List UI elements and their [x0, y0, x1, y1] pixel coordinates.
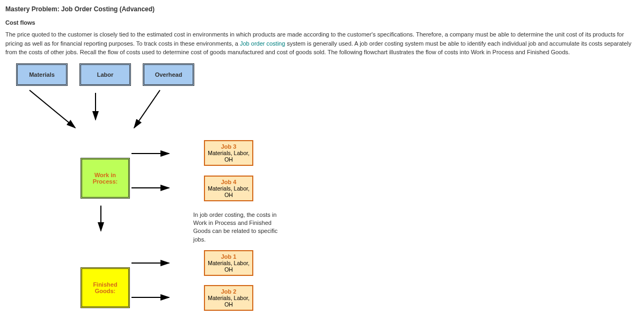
job1-sub1: Materials, Labor,: [205, 260, 252, 266]
job4-title: Job 4: [205, 179, 252, 185]
job2-box: Job 2 Materials, Labor, OH: [204, 285, 253, 311]
section-subtitle: Cost flows: [5, 19, 639, 26]
job3-title: Job 3: [205, 143, 252, 150]
job-order-costing-link[interactable]: Job order costing: [240, 40, 285, 47]
finished-goods-box: Finished Goods:: [80, 267, 130, 308]
job1-sub2: OH: [205, 266, 252, 273]
job4-box: Job 4 Materials, Labor, OH: [204, 176, 253, 201]
wip-label-1: Work in: [94, 172, 116, 178]
work-in-process-box: Work in Process:: [80, 158, 130, 199]
job3-sub2: OH: [205, 156, 252, 163]
labor-box: Labor: [79, 63, 131, 86]
finished-label-2: Goods:: [95, 288, 116, 294]
finished-label-1: Finished: [93, 281, 117, 288]
job3-box: Job 3 Materials, Labor, OH: [204, 140, 253, 166]
svg-line-0: [30, 90, 75, 128]
intro-paragraph: The price quoted to the customer is clos…: [5, 30, 639, 57]
job2-sub2: OH: [205, 301, 252, 308]
job1-box: Job 1 Materials, Labor, OH: [204, 250, 253, 276]
job1-title: Job 1: [205, 253, 252, 260]
materials-box: Materials: [16, 63, 68, 86]
job2-title: Job 2: [205, 288, 252, 295]
overhead-box: Overhead: [143, 63, 194, 86]
svg-line-2: [134, 90, 160, 128]
job4-sub2: OH: [205, 192, 252, 198]
flowchart: Materials Labor Overhead Work in Process…: [5, 63, 639, 322]
job3-sub1: Materials, Labor,: [205, 150, 252, 156]
page-title: Mastery Problem: Job Order Costing (Adva…: [5, 5, 639, 13]
job2-sub1: Materials, Labor,: [205, 295, 252, 301]
wip-label-2: Process:: [93, 178, 118, 185]
flowchart-note: In job order costing, the costs in Work …: [193, 211, 287, 244]
job4-sub1: Materials, Labor,: [205, 185, 252, 192]
